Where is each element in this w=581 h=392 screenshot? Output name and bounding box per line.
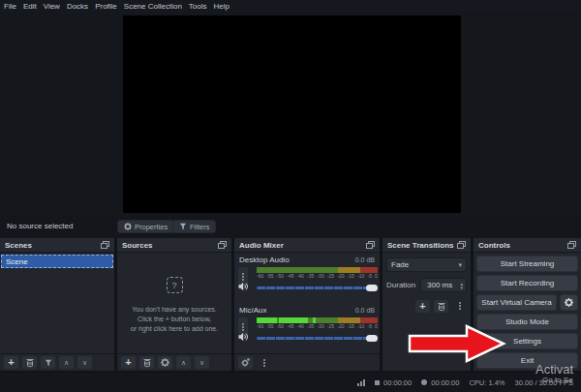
scene-filters-button[interactable]: [41, 356, 55, 369]
filter-icon: [45, 359, 52, 367]
remove-scene-button[interactable]: [22, 356, 37, 369]
move-source-up-button[interactable]: ∧: [176, 356, 191, 369]
popout-icon[interactable]: [366, 241, 375, 249]
advanced-audio-properties-button[interactable]: [238, 356, 253, 369]
scenes-panel-header: Scenes: [0, 238, 114, 253]
scenes-title: Scenes: [5, 241, 32, 250]
popout-icon[interactable]: [101, 241, 109, 249]
transition-selected-value: Fade: [391, 260, 409, 269]
slider-handle[interactable]: [366, 335, 378, 342]
speaker-icon[interactable]: [238, 332, 249, 342]
menu-help[interactable]: Help: [214, 2, 229, 11]
spin-down-icon: ▾: [460, 286, 463, 289]
trash-icon: [143, 358, 151, 367]
obs-main-window: { "menu": { "items": ["File", "Edit", "V…: [0, 0, 581, 392]
volume-slider[interactable]: [257, 285, 378, 291]
audio-mixer-panel: Audio Mixer Desktop Audio 0.0 dB -60-55-…: [234, 238, 380, 371]
channel-level-db: 0.0 dB: [355, 307, 375, 314]
meter-scale: -60-55-50-45-40-35-30-25-20-15-10-50: [257, 324, 378, 329]
transition-select[interactable]: Fade ▾: [386, 257, 467, 272]
stream-status-icon: [375, 380, 380, 385]
gear-icon: [161, 358, 169, 367]
remove-source-button[interactable]: [139, 356, 154, 369]
network-signal-icon: [357, 379, 365, 386]
fps-indicator: 30.00 / 30.00 FPS: [515, 378, 573, 387]
audio-mixer-header: Audio Mixer: [234, 238, 380, 253]
add-transition-button[interactable]: +: [415, 300, 430, 313]
cpu-usage: CPU: 1.4%: [469, 378, 505, 387]
audio-mixer-title: Audio Mixer: [239, 241, 284, 250]
empty-hint-line: or right click here to add one.: [117, 324, 231, 334]
volume-slider[interactable]: [257, 335, 378, 342]
duration-value: 300 ms: [427, 281, 452, 289]
transitions-toolbar: +: [382, 298, 467, 314]
channel-level-db: 0.0 dB: [355, 256, 375, 263]
sources-toolbar: + ∧ ∨: [117, 353, 231, 371]
start-virtual-camera-button[interactable]: Start Virtual Camera: [476, 294, 557, 311]
popout-icon[interactable]: [457, 241, 466, 249]
menu-bar: File Edit View Docks Profile Scene Colle…: [0, 0, 581, 12]
source-status-text: No source selected: [7, 222, 73, 230]
filters-button[interactable]: Filters: [172, 220, 216, 233]
menu-file[interactable]: File: [4, 2, 16, 11]
duration-spinbox[interactable]: 300 ms ▴ ▾: [420, 278, 467, 292]
menu-docks[interactable]: Docks: [67, 2, 88, 11]
status-bar: 00:00:00 00:00:00 CPU: 1.4% 30.00 / 30.0…: [0, 373, 581, 392]
slider-track: [257, 286, 378, 289]
remove-transition-button[interactable]: [434, 300, 448, 313]
gear-icon: [241, 358, 250, 367]
properties-label: Properties: [135, 223, 168, 231]
menu-view[interactable]: View: [44, 2, 60, 11]
filters-label: Filters: [190, 223, 209, 231]
move-source-down-button[interactable]: ∨: [195, 356, 209, 369]
slider-track: [257, 337, 378, 340]
virtual-camera-settings-button[interactable]: [560, 294, 578, 311]
menu-tools[interactable]: Tools: [189, 2, 207, 11]
trash-icon: [26, 358, 34, 367]
source-properties-button[interactable]: [158, 356, 172, 369]
empty-hint-line: Click the + button below,: [117, 315, 231, 324]
scenes-panel: Scenes Scene + ∧ ∨: [0, 238, 114, 371]
properties-button[interactable]: Properties: [117, 220, 174, 233]
chevron-down-icon: ▾: [458, 261, 462, 269]
gear-icon: [124, 223, 132, 230]
stream-timer: 00:00:00: [375, 378, 412, 387]
add-source-button[interactable]: +: [121, 356, 136, 369]
trash-icon: [438, 302, 445, 311]
mixer-toolbar: [234, 353, 380, 371]
filter-icon: [179, 223, 187, 230]
mixer-options-kebab-icon[interactable]: [257, 356, 271, 369]
move-scene-down-button[interactable]: ∨: [77, 356, 92, 369]
start-recording-button[interactable]: Start Recording: [476, 275, 578, 291]
meter-scale: -60-55-50-45-40-35-30-25-20-15-10-50: [257, 274, 378, 279]
scene-transitions-header: Scene Transitions: [382, 238, 471, 253]
program-canvas[interactable]: [123, 15, 461, 213]
sources-empty-state[interactable]: ? You don't have any sources. Click the …: [117, 277, 231, 334]
start-streaming-button[interactable]: Start Streaming: [476, 256, 578, 272]
scene-transitions-title: Scene Transitions: [387, 241, 453, 250]
controls-header: Controls: [474, 238, 581, 253]
controls-title: Controls: [478, 241, 510, 250]
duration-label: Duration: [386, 281, 415, 289]
spinner-arrows[interactable]: ▴ ▾: [460, 282, 463, 289]
menu-scene-collection[interactable]: Scene Collection: [124, 2, 182, 11]
popout-icon[interactable]: [567, 241, 576, 249]
popout-icon[interactable]: [218, 241, 227, 249]
empty-hint-line: You don't have any sources.: [117, 305, 231, 315]
sources-panel: Sources ? You don't have any sources. Cl…: [117, 238, 231, 371]
gear-icon: [565, 298, 573, 307]
scene-list-item[interactable]: Scene: [1, 255, 113, 268]
preview-area: [0, 12, 581, 215]
move-scene-up-button[interactable]: ∧: [59, 356, 74, 369]
record-status-icon: [421, 379, 427, 385]
add-scene-button[interactable]: +: [4, 356, 18, 369]
slider-handle[interactable]: [366, 285, 378, 291]
speaker-icon[interactable]: [238, 282, 249, 291]
scene-item-label: Scene: [6, 257, 28, 266]
transition-options-kebab-icon[interactable]: [452, 300, 467, 313]
menu-profile[interactable]: Profile: [95, 2, 117, 11]
scenes-toolbar: + ∧ ∨: [0, 353, 114, 371]
sources-panel-header: Sources: [117, 238, 231, 253]
menu-edit[interactable]: Edit: [23, 2, 37, 11]
record-timer: 00:00:00: [421, 378, 459, 387]
